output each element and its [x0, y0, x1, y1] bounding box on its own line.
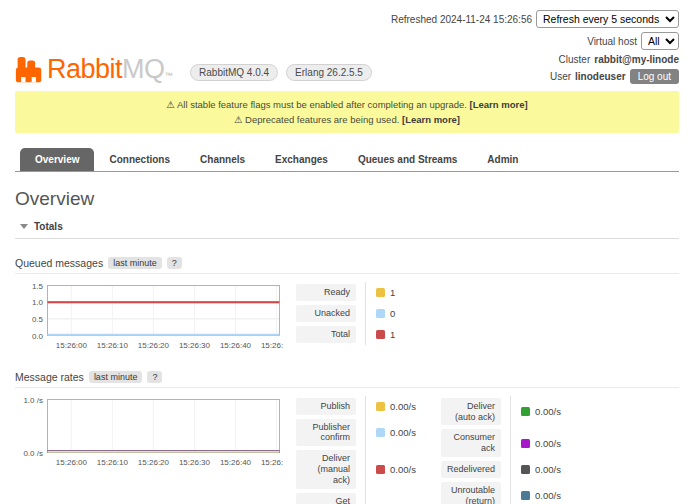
- legend-swatch-icon: [376, 402, 385, 411]
- legend-swatch-icon: [376, 428, 385, 437]
- message-rates-legend-left: Publish 0.00/s Publisher confirm 0.00/s …: [296, 396, 417, 504]
- legend-swatch-icon: [521, 465, 530, 474]
- tab-queues-and-streams[interactable]: Queues and Streams: [343, 148, 472, 171]
- message-rates-chart: 0.0 /s1.0 /s15:26:0015:26:1015:26:2015:2…: [15, 396, 283, 470]
- deprecated-features-warning: ⚠ Deprecated features are being used. [L…: [23, 112, 671, 127]
- svg-text:0.0: 0.0: [32, 332, 44, 341]
- legend-swatch-icon: [521, 439, 530, 448]
- learn-more-link-deprecated[interactable]: [Learn more]: [402, 114, 460, 125]
- warning-banner: ⚠ All stable feature flags must be enabl…: [15, 91, 679, 133]
- page-title: Overview: [15, 188, 679, 210]
- erlang-version-badge: Erlang 26.2.5.5: [286, 64, 372, 81]
- tab-connections[interactable]: Connections: [94, 148, 185, 171]
- svg-text:15:26:20: 15:26:20: [138, 341, 170, 350]
- legend-row: Total 1: [296, 324, 417, 345]
- rates-time-window-badge[interactable]: last minute: [89, 371, 143, 383]
- legend-label: Get (manual ack): [296, 493, 356, 504]
- legend-row: Consumer ack 0.00/s: [441, 427, 562, 459]
- logout-button[interactable]: Log out: [630, 69, 679, 84]
- legend-row: Unacked 0: [296, 303, 417, 324]
- refreshed-timestamp: Refreshed 2024-11-24 15:26:56: [391, 14, 532, 25]
- rabbitmq-rabbit-icon: [15, 56, 43, 84]
- svg-text:1.0 /s: 1.0 /s: [23, 396, 43, 405]
- header: RabbitMQ™ RabbitMQ 4.0.4 Erlang 26.2.5.5…: [0, 0, 694, 86]
- rates-help-icon[interactable]: ?: [147, 371, 162, 383]
- svg-text:0.0 /s: 0.0 /s: [23, 448, 43, 457]
- legend-label: Consumer ack: [441, 429, 501, 457]
- svg-text:1.0: 1.0: [32, 299, 44, 308]
- queued-messages-chart: 0.00.51.01.515:26:0015:26:1015:26:2015:2…: [15, 282, 283, 353]
- svg-text:15:26:00: 15:26:00: [56, 341, 88, 350]
- collapse-arrow-icon: [20, 224, 28, 229]
- legend-label: Publisher confirm: [296, 419, 356, 447]
- svg-text:15:26:50: 15:26:50: [261, 457, 283, 466]
- legend-label: Unacked: [296, 305, 356, 322]
- legend-value: 1: [390, 329, 395, 340]
- legend-row: Ready 1: [296, 282, 417, 303]
- message-rates-heading: Message rates last minute ?: [15, 369, 679, 388]
- legend-value: 0.00/s: [390, 401, 416, 412]
- feature-flags-warning: ⚠ All stable feature flags must be enabl…: [23, 97, 671, 112]
- tab-exchanges[interactable]: Exchanges: [260, 148, 343, 171]
- legend-row: Publish 0.00/s: [296, 396, 417, 417]
- queued-help-icon[interactable]: ?: [167, 257, 182, 269]
- legend-value: 0.00/s: [535, 490, 561, 501]
- legend-label: Total: [296, 326, 356, 343]
- virtual-host-select[interactable]: All: [641, 32, 679, 50]
- legend-label: Ready: [296, 284, 356, 301]
- brand-wordmark: RabbitMQ™: [47, 56, 172, 83]
- message-rates-legend-right: Deliver (auto ack) 0.00/s Consumer ack 0…: [441, 396, 562, 504]
- legend-value: 1: [390, 287, 395, 298]
- legend-value: 0.00/s: [535, 464, 561, 475]
- legend-value: 0.00/s: [390, 427, 416, 438]
- queued-messages-title: Queued messages: [15, 257, 103, 269]
- svg-text:15:26:50: 15:26:50: [261, 341, 283, 350]
- message-rates-legend: Publish 0.00/s Publisher confirm 0.00/s …: [296, 396, 562, 504]
- legend-swatch-icon: [521, 407, 530, 416]
- user-label: User: [550, 71, 571, 82]
- queued-time-window-badge[interactable]: last minute: [108, 257, 162, 269]
- legend-value: 0: [390, 308, 395, 319]
- tab-overview[interactable]: Overview: [20, 148, 94, 171]
- svg-text:15:26:10: 15:26:10: [97, 341, 129, 350]
- legend-label: Deliver (manual ack): [296, 450, 356, 488]
- legend-value: 0.00/s: [535, 438, 561, 449]
- legend-value: 0.00/s: [535, 406, 561, 417]
- svg-text:15:26:20: 15:26:20: [138, 457, 170, 466]
- tab-channels[interactable]: Channels: [185, 148, 260, 171]
- cluster-name: rabbit@my-linode: [594, 54, 679, 65]
- main-tab-bar: OverviewConnectionsChannelsExchangesQueu…: [15, 148, 679, 172]
- legend-swatch-icon: [376, 288, 385, 297]
- legend-row: Deliver (auto ack) 0.00/s: [441, 396, 562, 428]
- learn-more-link-feature-flags[interactable]: [Learn more]: [470, 99, 528, 110]
- svg-text:15:26:40: 15:26:40: [220, 341, 252, 350]
- message-rates-title: Message rates: [15, 371, 84, 383]
- legend-row: Get (manual ack) 0.00/s: [296, 491, 417, 504]
- svg-text:0.5: 0.5: [32, 315, 44, 324]
- rabbitmq-version-badge: RabbitMQ 4.0.4: [190, 64, 278, 81]
- queued-messages-legend: Ready 1 Unacked 0 Total 1: [296, 282, 417, 344]
- legend-label: Publish: [296, 398, 356, 415]
- user-name: linodeuser: [575, 71, 626, 82]
- svg-text:15:26:30: 15:26:30: [179, 457, 211, 466]
- legend-swatch-icon: [521, 491, 530, 500]
- tab-admin[interactable]: Admin: [472, 148, 533, 171]
- legend-swatch-icon: [376, 330, 385, 339]
- svg-text:15:26:30: 15:26:30: [179, 341, 211, 350]
- legend-label: Unroutable (return): [441, 482, 501, 504]
- refresh-interval-select[interactable]: Refresh every 5 seconds: [536, 10, 679, 28]
- legend-row: Publisher confirm 0.00/s: [296, 417, 417, 449]
- cluster-label: Cluster: [559, 54, 591, 65]
- svg-text:15:26:40: 15:26:40: [220, 457, 252, 466]
- overview-content: Overview Totals Queued messages last min…: [0, 172, 694, 504]
- rabbitmq-logo[interactable]: RabbitMQ™: [15, 56, 172, 84]
- totals-section-toggle[interactable]: Totals: [15, 219, 679, 239]
- legend-row: Deliver (manual ack) 0.00/s: [296, 448, 417, 490]
- svg-text:15:26:00: 15:26:00: [56, 457, 88, 466]
- virtual-host-label: Virtual host: [587, 36, 637, 47]
- rabbitmq-management-page: RabbitMQ™ RabbitMQ 4.0.4 Erlang 26.2.5.5…: [0, 0, 694, 504]
- queued-messages-heading: Queued messages last minute ?: [15, 255, 679, 274]
- svg-text:1.5: 1.5: [32, 282, 44, 291]
- legend-row: Redelivered 0.00/s: [441, 459, 562, 480]
- legend-label: Deliver (auto ack): [441, 398, 501, 426]
